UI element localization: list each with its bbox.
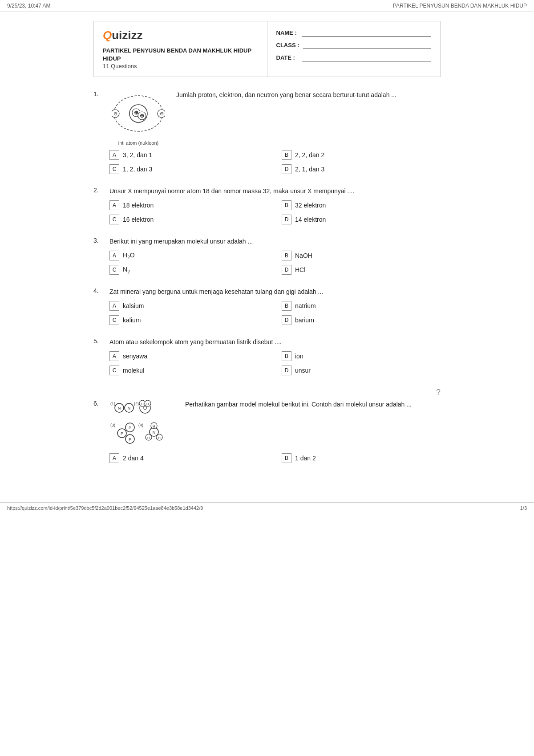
option-letter-4b: B (282, 301, 291, 311)
question-5-row: 5. Atom atau sekelompok atom yang bermua… (93, 337, 441, 347)
bottom-bar: https://quizizz.com/id-id/print/5e379dbc… (0, 502, 534, 513)
svg-text:(4): (4) (138, 423, 143, 427)
svg-text:P: P (129, 437, 131, 442)
svg-text:⊕: ⊕ (140, 113, 144, 119)
option-text-3a: H2O (123, 252, 135, 260)
option-letter-2b: B (282, 200, 291, 210)
option-text-4c: kalium (123, 317, 141, 324)
page-title: PARTIKEL PENYUSUN BENDA DAN MAKHLUK HIDU… (393, 3, 527, 9)
option-text-1d: 2, 1, dan 3 (295, 166, 324, 173)
option-text-5d: unsur (295, 367, 311, 374)
molecule-diagram: (1) N N (2) O (109, 400, 176, 449)
question-2-options: A 18 elektron B 32 elektron C 16 elektro… (109, 200, 441, 224)
question-3-options: A H2O B NaOH C N2 D HCl (109, 251, 441, 275)
option-3b: B NaOH (282, 251, 441, 260)
atom-diagram: ⊕ ⊕ ⊖ ⊖ inti atom (nukleon) (109, 90, 167, 146)
question-5-options: A senyawa B ion C molekul D unsur (109, 351, 441, 375)
question-4: 4. Zat mineral yang berguna untuk menjag… (93, 287, 441, 325)
option-text-5c: molekul (123, 367, 144, 374)
question-1-row: 1. ⊕ ⊕ (93, 90, 441, 146)
question-3: 3. Berikut ini yang merupakan molekul un… (93, 237, 441, 275)
class-field-row: CLASS : (276, 41, 432, 49)
option-text-4b: natrium (295, 302, 316, 309)
option-text-5a: senyawa (123, 353, 147, 360)
svg-line-30 (126, 430, 126, 431)
svg-text:(2): (2) (134, 402, 139, 406)
svg-text:N: N (118, 406, 121, 411)
svg-text:P: P (121, 431, 123, 436)
header-right: NAME : CLASS : DATE : (267, 21, 441, 77)
question-5-number: 5. (93, 337, 104, 347)
option-4d: D barium (282, 315, 441, 325)
option-1c: C 1, 2, dan 3 (109, 164, 268, 174)
name-line (302, 28, 432, 37)
question-1-content: ⊕ ⊕ ⊖ ⊖ inti atom (nukleon) Jumlah proto… (109, 90, 396, 146)
svg-text:N: N (128, 406, 131, 411)
option-2a: A 18 elektron (109, 200, 268, 210)
option-letter-6b: B (282, 453, 291, 463)
option-letter-5d: D (282, 366, 291, 375)
logo-rest: uizizz (112, 28, 142, 42)
question-6: 6. (1) N N (2) (93, 400, 441, 463)
class-line (303, 41, 432, 49)
question-2-text: Unsur X mempunyai nomor atom 18 dan nomo… (109, 187, 354, 196)
question-6-content: (1) N N (2) O (109, 400, 412, 449)
molecule-model-svg: (1) N N (2) O (109, 400, 174, 449)
atom-svg: ⊕ ⊕ ⊖ ⊖ (112, 90, 165, 139)
option-text-6b: 1 dan 2 (295, 455, 316, 462)
option-3d: D HCl (282, 265, 441, 275)
option-text-5b: ion (295, 353, 303, 360)
quizizz-logo: Quizizz (103, 28, 258, 42)
question-2: 2. Unsur X mempunyai nomor atom 18 dan n… (93, 187, 441, 224)
svg-text:H: H (158, 436, 161, 440)
question-3-number: 3. (93, 237, 104, 246)
option-letter-6a: A (109, 453, 119, 463)
question-5: 5. Atom atau sekelompok atom yang bermua… (93, 337, 441, 375)
option-5a: A senyawa (109, 351, 268, 361)
page-wrapper: Quizizz PARTIKEL PENYUSUN BENDA DAN MAKH… (76, 12, 458, 493)
option-4c: C kalium (109, 315, 268, 325)
option-text-1a: 3, 2, dan 1 (123, 151, 152, 159)
question-1-options: A 3, 2, dan 1 B 2, 2, dan 2 C 1, 2, dan … (109, 150, 441, 174)
name-field-row: NAME : (276, 28, 432, 37)
option-text-2a: 18 elektron (123, 202, 154, 209)
option-1b: B 2, 2, dan 2 (282, 150, 441, 160)
option-letter-5b: B (282, 351, 291, 361)
question-mark-icon: ? (436, 388, 441, 397)
option-1d: D 2, 1, dan 3 (282, 164, 441, 174)
svg-text:⊕: ⊕ (134, 110, 138, 116)
option-letter-3c: C (109, 265, 119, 275)
question-6-options: A 2 dan 4 B 1 dan 2 (109, 453, 441, 463)
option-6b: B 1 dan 2 (282, 453, 441, 463)
svg-text:(1): (1) (110, 402, 115, 406)
date-line (302, 53, 432, 61)
svg-text:⊖: ⊖ (160, 111, 164, 116)
option-letter-4c: C (109, 315, 119, 325)
option-2d: D 14 elektron (282, 215, 441, 224)
question-6-text: Perhatikan gambar model molekul berikut … (185, 400, 412, 409)
option-5c: C molekul (109, 366, 268, 375)
option-letter-3a: A (109, 251, 119, 260)
question-4-options: A kalsium B natrium C kalium D barium (109, 301, 441, 325)
option-letter-3b: B (282, 251, 291, 260)
option-letter-1d: D (282, 164, 291, 174)
svg-text:H: H (146, 402, 149, 406)
page-number: 1/3 (520, 505, 527, 511)
option-4b: B natrium (282, 301, 441, 311)
svg-line-31 (126, 435, 126, 436)
quiz-title: PARTIKEL PENYUSUN BENDA DAN MAKHLUK HIDU… (103, 47, 258, 63)
question-1-number: 1. (93, 90, 104, 98)
question-1: 1. ⊕ ⊕ (93, 90, 441, 174)
option-letter-1a: A (109, 150, 119, 160)
help-icon: ? (93, 388, 441, 397)
question-6-number: 6. (93, 400, 104, 407)
option-letter-4d: D (282, 315, 291, 325)
question-3-text: Berikut ini yang merupakan molekul unsur… (109, 237, 253, 246)
question-4-row: 4. Zat mineral yang berguna untuk menjag… (93, 287, 441, 297)
option-text-2b: 32 elektron (295, 202, 326, 209)
svg-text:H: H (147, 436, 150, 440)
option-4a: A kalsium (109, 301, 268, 311)
date-field-row: DATE : (276, 53, 432, 61)
option-1a: A 3, 2, dan 1 (109, 150, 268, 160)
option-letter-2c: C (109, 215, 119, 224)
